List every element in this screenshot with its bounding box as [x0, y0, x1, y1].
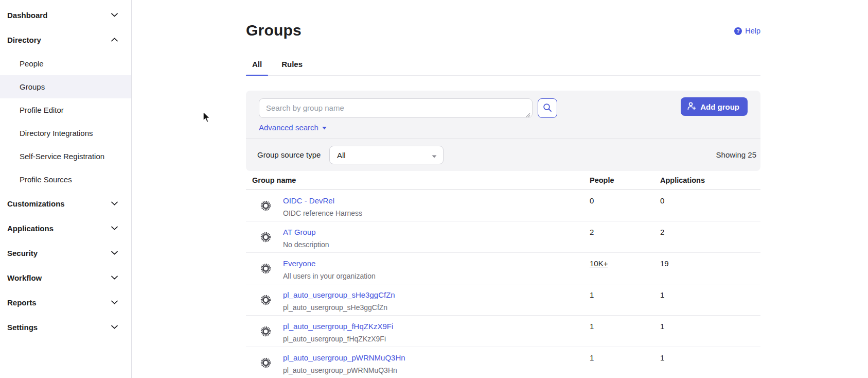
search-icon	[543, 103, 552, 114]
applications-count: 0	[660, 190, 760, 221]
people-count: 1	[590, 347, 660, 378]
people-count: 0	[590, 190, 660, 221]
sidebar-nav: Dashboard Directory People Groups Profil…	[0, 0, 132, 378]
table-row: Everyone All users in your organization …	[246, 253, 760, 284]
group-source-type-label: Group source type	[257, 150, 321, 159]
group-gear-icon	[260, 325, 272, 337]
sidebar-item-label: Security	[7, 249, 38, 257]
help-icon: ?	[734, 27, 742, 35]
groups-table: Group name People Applications OIDC - De…	[246, 171, 760, 378]
applications-count: 1	[660, 284, 760, 315]
chevron-down-icon	[111, 325, 118, 329]
sidebar-item-directory-integrations[interactable]: Directory Integrations	[0, 122, 131, 145]
caret-down-icon	[322, 123, 327, 132]
caret-down-icon	[432, 151, 437, 160]
table-row: pl_auto_usergroup_fHqZKzX9Fi pl_auto_use…	[246, 316, 760, 347]
advanced-search-label: Advanced search	[259, 123, 318, 132]
showing-count: Showing 25	[716, 150, 756, 159]
person-plus-icon	[687, 102, 696, 112]
table-header: Group name People Applications	[246, 171, 760, 190]
chevron-down-icon	[111, 300, 118, 304]
page-title: Groups	[246, 22, 302, 39]
sidebar-item-label: Workflow	[7, 273, 42, 282]
help-link[interactable]: ? Help	[734, 27, 760, 35]
sidebar-item-profile-sources[interactable]: Profile Sources	[0, 168, 131, 191]
tab-rules[interactable]: Rules	[275, 60, 309, 75]
applications-count: 19	[660, 253, 760, 284]
add-group-label: Add group	[700, 102, 739, 111]
tab-bar: AllRules	[246, 60, 760, 76]
sidebar-item-label: People	[20, 59, 44, 68]
table-body: OIDC - DevRel OIDC reference Harness 0 0…	[246, 190, 760, 378]
people-count: 10K+	[590, 253, 660, 284]
advanced-search-link[interactable]: Advanced search	[259, 123, 327, 132]
sidebar-item-applications[interactable]: Applications	[0, 216, 131, 240]
sidebar-item-security[interactable]: Security	[0, 240, 131, 265]
column-applications: Applications	[660, 176, 760, 184]
people-count: 1	[590, 284, 660, 315]
group-name-link[interactable]: Everyone	[283, 259, 315, 268]
group-source-type-value: All	[337, 151, 346, 160]
sidebar-item-label: Groups	[20, 82, 45, 91]
table-row: pl_auto_usergroup_pWRNMuQ3Hn pl_auto_use…	[246, 347, 760, 378]
sidebar-item-label: Settings	[7, 323, 38, 332]
table-row: OIDC - DevRel OIDC reference Harness 0 0	[246, 190, 760, 221]
group-name-link[interactable]: pl_auto_usergroup_fHqZKzX9Fi	[283, 322, 393, 331]
chevron-down-icon	[111, 201, 118, 205]
group-gear-icon	[260, 263, 272, 274]
group-description: OIDC reference Harness	[283, 209, 362, 217]
table-row: AT Group No description 2 2	[246, 221, 760, 253]
chevron-down-icon	[111, 38, 118, 42]
column-people: People	[590, 176, 660, 184]
sidebar-item-label: Applications	[7, 224, 54, 233]
sidebar-item-profile-editor[interactable]: Profile Editor	[0, 98, 131, 122]
applications-count: 1	[660, 347, 760, 378]
sidebar-item-label: Directory	[7, 36, 41, 44]
chevron-down-icon	[111, 226, 118, 230]
sidebar-item-people[interactable]: People	[0, 52, 131, 75]
chevron-down-icon	[111, 251, 118, 255]
group-name-link[interactable]: pl_auto_usergroup_pWRNMuQ3Hn	[283, 353, 405, 362]
sidebar-item-groups[interactable]: Groups	[0, 75, 131, 98]
sidebar-item-self-service-registration[interactable]: Self-Service Registration	[0, 145, 131, 168]
chevron-down-icon	[111, 276, 118, 280]
sidebar-item-label: Dashboard	[7, 11, 47, 20]
sidebar-item-label: Profile Sources	[20, 175, 72, 184]
sidebar-item-reports[interactable]: Reports	[0, 290, 131, 315]
column-group-name: Group name	[246, 176, 590, 184]
people-count-link[interactable]: 10K+	[590, 259, 608, 268]
add-group-button[interactable]: Add group	[681, 97, 748, 116]
search-button[interactable]	[538, 98, 557, 118]
group-name-link[interactable]: OIDC - DevRel	[283, 196, 334, 205]
group-name-link[interactable]: pl_auto_usergroup_sHe3ggCfZn	[283, 290, 395, 299]
sidebar-item-label: Reports	[7, 298, 37, 307]
sidebar-item-label: Profile Editor	[20, 106, 64, 114]
group-description: All users in your organization	[283, 272, 376, 280]
tab-all[interactable]: All	[246, 60, 268, 75]
chevron-down-icon	[111, 13, 118, 17]
group-description: No description	[283, 240, 329, 249]
sidebar-item-label: Self-Service Registration	[20, 152, 104, 161]
sidebar-item-directory[interactable]: Directory	[0, 27, 131, 52]
applications-count: 2	[660, 221, 760, 252]
group-description: pl_auto_usergroup_pWRNMuQ3Hn	[283, 366, 405, 374]
sidebar-item-settings[interactable]: Settings	[0, 315, 131, 339]
group-gear-icon	[260, 294, 272, 306]
main-content: Groups ? Help AllRules Advanced search	[132, 0, 868, 378]
table-row: pl_auto_usergroup_sHe3ggCfZn pl_auto_use…	[246, 284, 760, 316]
groups-admin-page: Dashboard Directory People Groups Profil…	[0, 0, 868, 378]
people-count: 1	[590, 316, 660, 347]
group-description: pl_auto_usergroup_sHe3ggCfZn	[283, 303, 395, 312]
sidebar-item-dashboard[interactable]: Dashboard	[0, 3, 131, 27]
group-gear-icon	[260, 200, 272, 212]
search-input[interactable]	[259, 98, 533, 118]
sidebar-item-label: Customizations	[7, 199, 65, 208]
group-description: pl_auto_usergroup_fHqZKzX9Fi	[283, 335, 393, 343]
sidebar-item-workflow[interactable]: Workflow	[0, 265, 131, 290]
applications-count: 1	[660, 316, 760, 347]
group-gear-icon	[260, 231, 272, 243]
sidebar-item-customizations[interactable]: Customizations	[0, 191, 131, 216]
group-name-link[interactable]: AT Group	[283, 228, 316, 236]
sidebar-item-label: Directory Integrations	[20, 129, 93, 138]
group-source-type-select[interactable]: All	[329, 146, 444, 164]
